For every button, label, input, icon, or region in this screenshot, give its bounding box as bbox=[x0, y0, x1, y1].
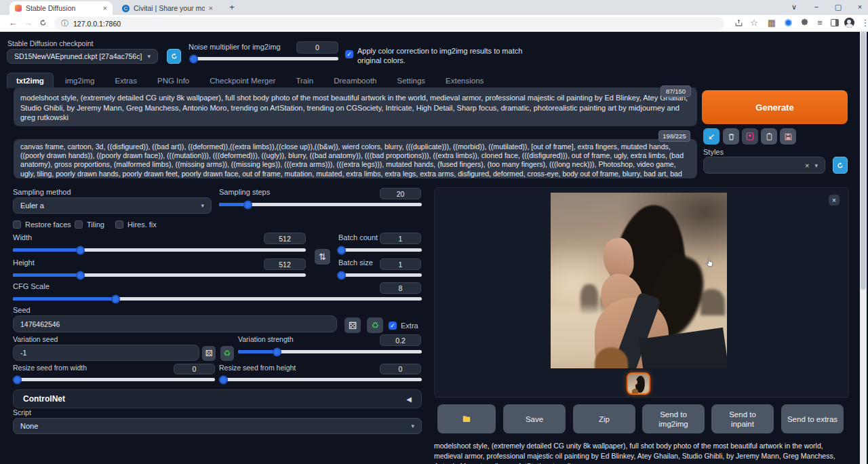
slider-handle[interactable] bbox=[111, 294, 120, 303]
close-preview-button[interactable]: × bbox=[829, 195, 840, 206]
noise-multiplier-slider[interactable] bbox=[191, 54, 338, 63]
width-slider[interactable] bbox=[13, 246, 306, 254]
variation-strength-value[interactable]: 0.2 bbox=[380, 334, 421, 346]
share-icon[interactable] bbox=[732, 17, 745, 29]
tab-dreambooth[interactable]: Dreambooth bbox=[325, 73, 385, 88]
color-correction-checkbox[interactable]: ✓ bbox=[345, 50, 353, 58]
styles-dropdown[interactable]: × ▾ bbox=[703, 157, 825, 174]
extra-seed-checkbox[interactable]: ✓ bbox=[389, 322, 397, 330]
slider-handle[interactable] bbox=[337, 246, 346, 254]
extra-networks-button[interactable] bbox=[742, 128, 758, 144]
send-to-img2img-button[interactable]: Send to img2img bbox=[642, 404, 705, 433]
tab-png-info[interactable]: PNG Info bbox=[149, 73, 198, 88]
grid-extension-icon[interactable]: ▦ bbox=[766, 17, 778, 29]
slider-handle[interactable] bbox=[337, 271, 346, 279]
open-folder-button[interactable] bbox=[437, 404, 496, 433]
tab-settings[interactable]: Settings bbox=[389, 73, 435, 88]
prompt-textarea[interactable]: modelshoot style, (extremely detailed CG… bbox=[14, 88, 697, 126]
site-info-icon[interactable]: ⓘ bbox=[61, 18, 68, 28]
variation-random-seed-button[interactable]: ⚄ bbox=[202, 346, 216, 361]
resize-seed-height-slider[interactable] bbox=[219, 375, 422, 384]
scrollbar-thumb[interactable] bbox=[861, 32, 866, 290]
controlnet-accordion[interactable]: ControlNet ◀ bbox=[13, 389, 422, 408]
browser-tab-civitai[interactable]: C Civitai | Share your models × bbox=[117, 1, 218, 15]
negative-prompt-textarea[interactable]: canvas frame, cartoon, 3d, ((disfigured)… bbox=[14, 139, 697, 178]
save-button[interactable]: Save bbox=[503, 404, 566, 433]
restore-faces-checkbox[interactable] bbox=[13, 220, 21, 229]
window-minimize-icon[interactable]: − bbox=[809, 1, 824, 13]
generate-button[interactable]: Generate bbox=[702, 90, 848, 124]
tab-txt2img[interactable]: txt2img bbox=[7, 73, 54, 88]
reload-icon[interactable] bbox=[37, 17, 49, 29]
slider-handle[interactable] bbox=[243, 200, 252, 209]
seed-input[interactable]: 1476462546 bbox=[13, 315, 337, 332]
window-menu-icon[interactable]: ∨ bbox=[787, 1, 802, 13]
reuse-seed-button[interactable]: ♻ bbox=[367, 317, 383, 333]
kebab-menu-icon[interactable]: ⋮ bbox=[859, 17, 868, 29]
send-to-inpaint-button[interactable]: Send to inpaint bbox=[711, 404, 774, 433]
tab-extensions[interactable]: Extensions bbox=[437, 73, 492, 88]
height-slider[interactable] bbox=[13, 271, 306, 279]
browser-tab-stable-diffusion[interactable]: Stable Diffusion × bbox=[9, 1, 113, 15]
resize-seed-height-value[interactable]: 0 bbox=[380, 364, 421, 374]
random-seed-button[interactable]: ⚄ bbox=[344, 317, 361, 333]
clear-prompt-button[interactable] bbox=[723, 128, 739, 144]
page-scrollbar[interactable] bbox=[860, 32, 867, 464]
cfg-scale-slider[interactable] bbox=[13, 294, 422, 303]
save-style-button[interactable] bbox=[780, 128, 796, 144]
window-close-icon[interactable]: × bbox=[852, 1, 867, 13]
script-dropdown[interactable]: None ▾ bbox=[13, 418, 422, 434]
width-value[interactable]: 512 bbox=[264, 233, 306, 244]
batch-count-value[interactable]: 1 bbox=[380, 233, 421, 244]
forward-icon[interactable]: → bbox=[22, 17, 34, 29]
slider-handle[interactable] bbox=[76, 246, 85, 254]
variation-seed-input[interactable]: -1 bbox=[13, 345, 199, 361]
slider-handle[interactable] bbox=[219, 375, 228, 384]
resize-seed-width-value[interactable]: 0 bbox=[174, 364, 215, 374]
hires-fix-checkbox[interactable] bbox=[115, 220, 123, 229]
bookmark-star-icon[interactable]: ☆ bbox=[748, 17, 760, 29]
swap-dimensions-button[interactable]: ⇅ bbox=[315, 249, 330, 265]
blue-extension-icon[interactable] bbox=[782, 17, 794, 29]
profile-avatar[interactable] bbox=[843, 17, 855, 29]
tab-extras[interactable]: Extras bbox=[106, 73, 146, 88]
styles-refresh-button[interactable] bbox=[833, 157, 848, 174]
variation-strength-slider[interactable] bbox=[238, 347, 422, 356]
apply-style-button[interactable] bbox=[761, 128, 777, 144]
batch-size-value[interactable]: 1 bbox=[380, 258, 421, 270]
back-icon[interactable]: ← bbox=[7, 17, 19, 29]
gallery-thumbnail[interactable] bbox=[627, 372, 650, 395]
batch-size-slider[interactable] bbox=[338, 271, 422, 279]
slider-handle[interactable] bbox=[13, 375, 22, 384]
clear-styles-icon[interactable]: × bbox=[805, 161, 809, 170]
tab-train[interactable]: Train bbox=[287, 73, 322, 88]
generated-image[interactable] bbox=[551, 193, 727, 368]
list-icon[interactable]: ≡ bbox=[814, 17, 826, 29]
address-bar[interactable]: ⓘ 127.0.0.1:7860 bbox=[54, 17, 724, 30]
tab-checkpoint-merger[interactable]: Checkpoint Merger bbox=[201, 73, 284, 88]
sampling-steps-value[interactable]: 20 bbox=[380, 188, 421, 199]
read-params-button[interactable]: ↙ bbox=[703, 128, 719, 144]
window-maximize-icon[interactable]: ▢ bbox=[831, 1, 846, 13]
noise-multiplier-value[interactable]: 0 bbox=[296, 41, 338, 54]
checkpoint-refresh-button[interactable] bbox=[167, 49, 181, 64]
slider-handle[interactable] bbox=[189, 54, 198, 63]
checkpoint-dropdown[interactable]: SD15NewVAEpruned.ckpt [27a4ac756c] ▾ bbox=[7, 49, 158, 64]
cfg-scale-value[interactable]: 8 bbox=[380, 282, 421, 294]
sampling-method-dropdown[interactable]: Euler a ▾ bbox=[13, 197, 212, 214]
zip-button[interactable]: Zip bbox=[573, 404, 635, 433]
variation-reuse-seed-button[interactable]: ♻ bbox=[220, 346, 234, 361]
send-to-extras-button[interactable]: Send to extras bbox=[781, 404, 844, 433]
tab-close-icon[interactable]: × bbox=[103, 5, 107, 12]
slider-handle[interactable] bbox=[273, 347, 281, 356]
slider-handle[interactable] bbox=[76, 271, 85, 279]
tiling-checkbox[interactable] bbox=[75, 220, 83, 229]
resize-seed-width-slider[interactable] bbox=[13, 375, 215, 384]
tab-close-icon[interactable]: × bbox=[209, 5, 213, 12]
batch-count-slider[interactable] bbox=[338, 246, 422, 254]
sidebar-icon[interactable] bbox=[829, 17, 841, 29]
sampling-steps-slider[interactable] bbox=[219, 200, 422, 209]
new-tab-icon[interactable]: + bbox=[226, 2, 237, 13]
puzzle-extensions-icon[interactable] bbox=[798, 17, 810, 29]
height-value[interactable]: 512 bbox=[264, 258, 306, 270]
